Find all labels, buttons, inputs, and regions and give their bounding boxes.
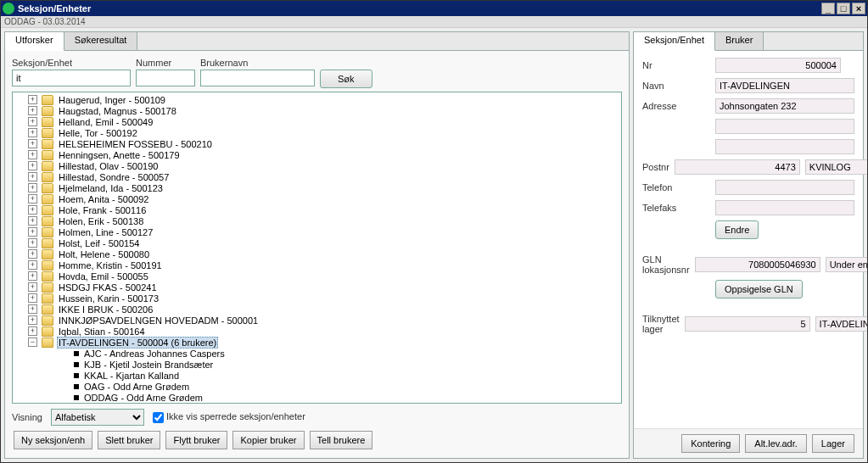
expand-icon[interactable] xyxy=(28,139,37,148)
tree-folder-item[interactable]: Hillestad, Olav - 500190 xyxy=(13,160,621,171)
folder-icon xyxy=(42,117,53,127)
expand-icon[interactable] xyxy=(28,304,37,314)
chk-sperrede[interactable] xyxy=(153,412,164,423)
ny-seksjon-button[interactable]: Ny seksjon/enh xyxy=(14,431,92,449)
sok-button[interactable]: Søk xyxy=(320,70,372,88)
tree-item-label: HSDGJ FKAS - 500241 xyxy=(57,282,159,293)
altlevadr-button[interactable]: Alt.lev.adr. xyxy=(745,434,807,453)
adresse2-field[interactable] xyxy=(715,119,854,134)
tree-folder-item[interactable]: Hoem, Anita - 500092 xyxy=(13,193,621,204)
expand-icon[interactable] xyxy=(28,194,37,204)
postnr-field[interactable] xyxy=(675,159,800,175)
tell-brukere-button[interactable]: Tell brukere xyxy=(310,431,373,449)
close-button[interactable]: × xyxy=(852,3,865,14)
tree-folder-item[interactable]: Holmen, Line - 500127 xyxy=(13,226,621,237)
expand-icon[interactable] xyxy=(28,293,37,303)
tree-item-label: Hillestad, Sondre - 500057 xyxy=(57,172,171,182)
poststed-field[interactable] xyxy=(805,159,867,175)
expand-icon[interactable] xyxy=(28,260,37,270)
kopier-bruker-button[interactable]: Kopier bruker xyxy=(232,431,304,449)
tree-folder-item[interactable]: Hussein, Karin - 500173 xyxy=(13,293,621,304)
expand-icon[interactable] xyxy=(28,128,37,137)
tree-user-item[interactable]: ODDAG - Odd Arne Grødem xyxy=(13,392,621,403)
folder-icon xyxy=(42,95,53,105)
tree-user-item[interactable]: PMO - Paul Marcus Olsen xyxy=(13,403,621,404)
tree-item-label: Iqbal, Stian - 500164 xyxy=(57,326,147,337)
tree-folder-item[interactable]: Hole, Frank - 500116 xyxy=(13,204,621,215)
seksjon-input[interactable] xyxy=(12,70,131,86)
tree-item-label: Hillestad, Olav - 500190 xyxy=(57,161,160,171)
tree-folder-item[interactable]: Helland, Emil - 500049 xyxy=(13,116,621,127)
tree-user-item[interactable]: AJC - Andreas Johannes Caspers xyxy=(13,348,621,359)
expand-icon[interactable] xyxy=(28,315,37,325)
expand-icon[interactable] xyxy=(28,150,37,159)
tree-folder-item[interactable]: Holt, Helene - 500080 xyxy=(13,248,621,259)
tree-folder-item[interactable]: INNKJØPSAVDELNGEN HOVEDADM - 500001 xyxy=(13,315,621,326)
tree-item-label: IKKE I BRUK - 500206 xyxy=(57,304,154,315)
tree-folder-item[interactable]: Helle, Tor - 500192 xyxy=(13,127,621,138)
tree-folder-item[interactable]: IT-AVDELINGEN - 500004 (6 brukere) xyxy=(13,337,621,348)
folder-icon xyxy=(42,183,53,193)
expand-icon[interactable] xyxy=(28,216,37,226)
tree-folder-item[interactable]: Iqbal, Stian - 500164 xyxy=(13,326,621,337)
nummer-input[interactable] xyxy=(136,70,195,86)
tree-user-item[interactable]: OAG - Odd Arne Grødem xyxy=(13,381,621,392)
folder-icon xyxy=(42,249,53,259)
maximize-button[interactable]: □ xyxy=(837,3,850,14)
minimize-button[interactable]: _ xyxy=(821,3,835,14)
expand-icon[interactable] xyxy=(28,282,37,292)
slett-bruker-button[interactable]: Slett bruker xyxy=(98,431,160,449)
endre-button[interactable]: Endre xyxy=(715,220,759,239)
tree-folder-item[interactable]: Holen, Erik - 500138 xyxy=(13,215,621,226)
telefaks-field[interactable] xyxy=(715,200,854,215)
expand-icon[interactable] xyxy=(28,227,37,237)
tree-folder-item[interactable]: Henningsen, Anette - 500179 xyxy=(13,149,621,160)
chk-sperrede-label[interactable]: Ikke vis sperrede seksjon/enheter xyxy=(153,411,305,423)
tab-bruker[interactable]: Bruker xyxy=(715,32,764,50)
folder-icon xyxy=(42,260,53,271)
expand-icon[interactable] xyxy=(28,271,37,281)
visning-select[interactable]: Alfabetisk xyxy=(51,409,144,426)
brukernavn-label: Brukernavn xyxy=(200,58,315,68)
adresse3-field[interactable] xyxy=(715,139,854,154)
tree-folder-item[interactable]: Homme, Kristin - 500191 xyxy=(13,259,621,271)
telefon-field[interactable] xyxy=(715,180,854,195)
expand-icon[interactable] xyxy=(28,106,37,115)
tree-container[interactable]: Haugerud, Inger - 500109Haugstad, Magnus… xyxy=(12,92,622,404)
navn-field[interactable] xyxy=(715,78,854,93)
oppsigelse-gln-button[interactable]: Oppsigelse GLN xyxy=(715,280,803,298)
tab-sokeresultat[interactable]: Søkeresultat xyxy=(64,32,138,50)
tree-user-item[interactable]: KJB - Kjetil Jostein Brandsæter xyxy=(13,359,621,370)
tree-user-item[interactable]: KKAL - Kjartan Kalland xyxy=(13,370,621,381)
expand-icon[interactable] xyxy=(28,205,37,215)
flytt-bruker-button[interactable]: Flytt bruker xyxy=(165,431,227,449)
expand-icon[interactable] xyxy=(28,172,37,181)
tree-item-label: KKAL - Kjartan Kalland xyxy=(82,371,181,381)
titlebar: Seksjon/Enheter _ □ × xyxy=(1,1,867,16)
expand-icon[interactable] xyxy=(28,337,37,347)
tree-folder-item[interactable]: HELSEHEIMEN FOSSEBU - 500210 xyxy=(13,138,621,149)
tree-folder-item[interactable]: Hovda, Emil - 500055 xyxy=(13,271,621,282)
detail-body: Nr Navn Adresse xyxy=(634,51,863,428)
expand-icon[interactable] xyxy=(28,117,37,126)
tree-folder-item[interactable]: IKKE I BRUK - 500206 xyxy=(13,304,621,315)
tree-folder-item[interactable]: Hjelmeland, Ida - 500123 xyxy=(13,182,621,193)
tab-utforsker[interactable]: Utforsker xyxy=(5,32,64,51)
tree-folder-item[interactable]: Haugstad, Magnus - 500178 xyxy=(13,105,621,116)
tree-folder-item[interactable]: Haugerud, Inger - 500109 xyxy=(13,94,621,105)
tree-folder-item[interactable]: Holst, Leif - 500154 xyxy=(13,237,621,248)
expand-icon[interactable] xyxy=(28,249,37,259)
expand-icon[interactable] xyxy=(28,238,37,248)
expand-icon[interactable] xyxy=(28,326,37,336)
kontering-button[interactable]: Kontering xyxy=(681,434,740,453)
tree-folder-item[interactable]: Hillestad, Sondre - 500057 xyxy=(13,171,621,182)
tree-folder-item[interactable]: HSDGJ FKAS - 500241 xyxy=(13,282,621,293)
adresse1-field[interactable] xyxy=(715,98,854,114)
expand-icon[interactable] xyxy=(28,95,37,104)
tree-item-label: Hussein, Karin - 500173 xyxy=(57,293,160,304)
lager-button[interactable]: Lager xyxy=(812,434,854,453)
expand-icon[interactable] xyxy=(28,161,37,170)
tab-seksjon-enhet[interactable]: Seksjon/Enhet xyxy=(634,32,715,51)
brukernavn-input[interactable] xyxy=(200,70,315,86)
expand-icon[interactable] xyxy=(28,183,37,192)
